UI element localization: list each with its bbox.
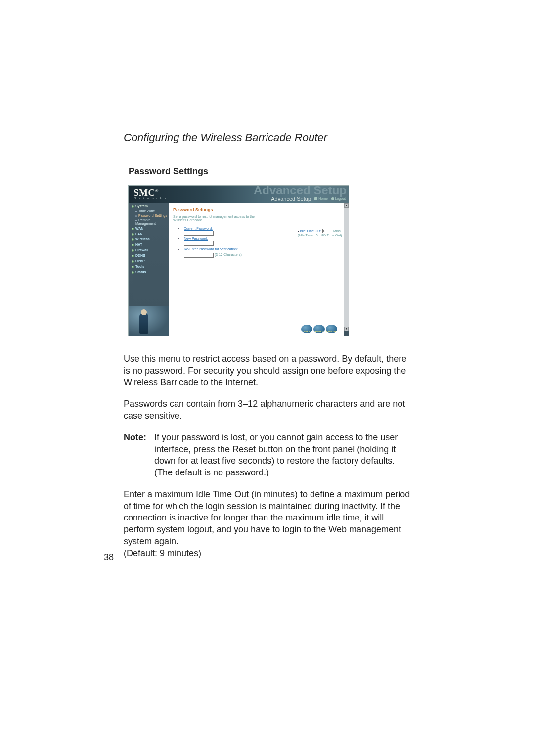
nav-sub-label: Remote Management: [135, 218, 156, 225]
idle-note: (Idle Time =0 : NO Time Out): [298, 234, 342, 237]
password-fields: Current Password: New Password: Re-Enter…: [173, 227, 265, 258]
nav-item-label: NAT: [135, 243, 142, 246]
nav-sub-password-settings[interactable]: Password Settings: [129, 213, 169, 218]
body-paragraph-1: Use this menu to restrict access based o…: [124, 353, 410, 388]
content-panel: Password Settings Set a password to rest…: [169, 203, 344, 336]
bullet-icon: [132, 266, 134, 268]
figure-head-icon: [141, 309, 147, 315]
new-password-label: New Password:: [184, 237, 208, 240]
nav-sub-label: Time Zone: [138, 209, 155, 213]
nav-lan[interactable]: LAN: [129, 231, 169, 236]
bullet-icon: [132, 238, 134, 241]
new-password-input[interactable]: [184, 241, 214, 246]
help-button[interactable]: HELP: [301, 325, 312, 333]
banner-subtitle: Advanced Setup: [271, 196, 311, 202]
nav-item-label: Wireless: [135, 237, 150, 241]
bullet-icon: [132, 205, 134, 208]
cancel-button[interactable]: CANCEL: [326, 325, 337, 333]
idle-timeout-input[interactable]: [322, 229, 332, 233]
scroll-up-button[interactable]: ▴: [344, 203, 349, 208]
bullet-icon: [132, 228, 134, 230]
new-password-row: New Password:: [184, 237, 265, 246]
brand-text: SMC: [134, 188, 155, 198]
decorative-illustration: [129, 306, 169, 336]
panel-description: Set a password to restrict management ac…: [173, 215, 265, 222]
figure-body-icon: [139, 312, 148, 334]
panel-heading: Password Settings: [173, 207, 265, 212]
logout-link-label: Logout: [335, 197, 346, 200]
char-note: (3-12 Characters): [215, 253, 242, 256]
note-body: If your password is lost, or you cannot …: [154, 432, 410, 479]
nav-item-label: Tools: [135, 265, 144, 268]
home-icon: [314, 197, 317, 200]
dot-icon: [135, 220, 137, 221]
nav-system[interactable]: System: [129, 203, 169, 209]
section-heading: Password Settings: [129, 166, 410, 177]
nav-status[interactable]: Status: [129, 269, 169, 275]
nav-item-label: WAN: [135, 227, 143, 230]
nav-item-label: LAN: [135, 232, 142, 236]
nav-item-label: Status: [135, 270, 146, 274]
body-paragraph-2: Passwords can contain from 3–12 alphanum…: [124, 398, 410, 422]
bullet-icon: [132, 255, 134, 257]
reenter-password-input[interactable]: [184, 253, 214, 258]
screenshot-banner: SMC® N e t w o r k s Advanced Setup Adva…: [129, 186, 349, 203]
nav-tools[interactable]: Tools: [129, 264, 169, 269]
action-buttons: HELP APPLY CANCEL: [301, 325, 337, 333]
body-paragraph-3: Enter a maximum Idle Time Out (in minute…: [124, 489, 410, 560]
bullet-icon: [132, 260, 134, 263]
idle-timeout-label: Idle Time Out:: [300, 229, 321, 233]
current-password-label: Current Password:: [184, 227, 213, 230]
nav-item-label: Firewall: [135, 248, 148, 252]
nav-wireless[interactable]: Wireless: [129, 236, 169, 242]
page-number: 38: [104, 552, 114, 563]
scroll-down-button[interactable]: ▾: [344, 327, 349, 331]
nav-firewall[interactable]: Firewall: [129, 247, 169, 253]
logout-icon: [331, 197, 334, 200]
apply-button[interactable]: APPLY: [313, 325, 325, 333]
bullet-icon: [132, 249, 134, 252]
running-head: Configuring the Wireless Barricade Route…: [124, 131, 410, 144]
bullet-icon: [132, 233, 134, 236]
router-admin-screenshot: SMC® N e t w o r k s Advanced Setup Adva…: [129, 186, 349, 336]
current-password-row: Current Password:: [184, 227, 265, 236]
current-password-input[interactable]: [184, 231, 214, 236]
side-nav: System Time Zone Password Settings Remot…: [129, 203, 169, 275]
reenter-password-row: Re-Enter Password for Verification:: [184, 247, 265, 251]
nav-system-label: System: [135, 204, 148, 208]
nav-item-label: DDNS: [135, 254, 145, 257]
reenter-password-label: Re-Enter Password for Verification:: [184, 247, 238, 251]
note-block: Note: If your password is lost, or you c…: [124, 432, 410, 479]
nav-sub-label: Password Settings: [138, 214, 167, 217]
dot-icon: [135, 215, 137, 217]
nav-sub-remote-management[interactable]: Remote Management: [129, 218, 169, 226]
scrollbar[interactable]: ▴ ▾: [344, 203, 349, 331]
brand-reg: ®: [155, 189, 159, 193]
brand-subtext: N e t w o r k s: [134, 197, 167, 200]
nav-sub-timezone[interactable]: Time Zone: [129, 209, 169, 213]
idle-mins-label: Mins: [333, 229, 341, 233]
reenter-password-input-row: (3-12 Characters): [184, 252, 265, 258]
home-link-label: Home: [318, 197, 328, 200]
logout-link[interactable]: Logout: [331, 197, 346, 200]
nav-ddns[interactable]: DDNS: [129, 253, 169, 258]
bullet-icon: [132, 244, 134, 246]
nav-nat[interactable]: NAT: [129, 242, 169, 247]
nav-wan[interactable]: WAN: [129, 226, 169, 231]
bullet-icon: [132, 271, 134, 274]
nav-upnp[interactable]: UPnP: [129, 258, 169, 264]
nav-item-label: UPnP: [135, 259, 145, 263]
dot-icon: [135, 211, 137, 212]
idle-timeout-block: • Idle Time Out: Mins (Idle Time =0 : NO…: [298, 229, 342, 237]
home-link[interactable]: Home: [314, 197, 328, 200]
note-label: Note:: [124, 432, 154, 479]
